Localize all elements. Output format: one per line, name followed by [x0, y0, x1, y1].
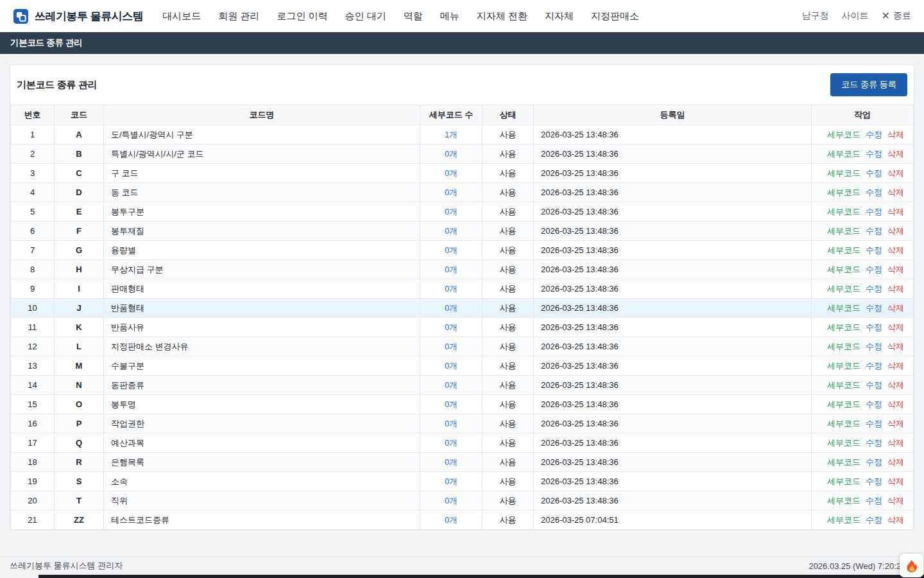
edit-action-link[interactable]: 수정 [866, 188, 882, 197]
delete-action-link[interactable]: 삭제 [887, 188, 904, 197]
subcode-action-link[interactable]: 세부코드 [827, 438, 860, 448]
delete-action-link[interactable]: 삭제 [887, 457, 904, 467]
delete-action-link[interactable]: 삭제 [887, 322, 904, 332]
delete-action-link[interactable]: 삭제 [887, 168, 904, 178]
subcode-count-link[interactable]: 0개 [445, 226, 458, 236]
subcode-count-link[interactable]: 0개 [445, 380, 458, 390]
subcode-count-link[interactable]: 1개 [445, 130, 458, 139]
delete-action-link[interactable]: 삭제 [887, 245, 904, 255]
edit-action-link[interactable]: 수정 [866, 245, 882, 255]
subcode-count-link[interactable]: 0개 [445, 457, 458, 467]
subcode-count-link[interactable]: 0개 [445, 207, 458, 216]
subcode-action-link[interactable]: 세부코드 [827, 322, 860, 332]
subcode-count-link[interactable]: 0개 [445, 284, 458, 293]
delete-action-link[interactable]: 삭제 [887, 477, 904, 486]
row-count-cell: 0개 [420, 472, 483, 491]
edit-action-link[interactable]: 수정 [866, 226, 882, 236]
delete-action-link[interactable]: 삭제 [887, 207, 904, 216]
delete-action-link[interactable]: 삭제 [887, 496, 904, 505]
subcode-action-link[interactable]: 세부코드 [827, 496, 860, 505]
edit-action-link[interactable]: 수정 [866, 399, 882, 409]
subcode-count-link[interactable]: 0개 [445, 419, 458, 428]
subcode-action-link[interactable]: 세부코드 [827, 399, 860, 409]
nav-item[interactable]: 로그인 이력 [277, 10, 327, 22]
delete-action-link[interactable]: 삭제 [887, 149, 904, 159]
delete-action-link[interactable]: 삭제 [887, 399, 904, 409]
exit-button[interactable]: ✕ 종료 [882, 10, 911, 22]
subcode-action-link[interactable]: 세부코드 [827, 245, 860, 255]
nav-item[interactable]: 지자체 [545, 10, 574, 22]
subcode-count-link[interactable]: 0개 [445, 149, 458, 159]
subcode-action-link[interactable]: 세부코드 [827, 149, 860, 159]
nav-item[interactable]: 회원 관리 [218, 10, 259, 22]
subcode-action-link[interactable]: 세부코드 [827, 284, 860, 293]
subcode-count-link[interactable]: 0개 [445, 188, 458, 197]
edit-action-link[interactable]: 수정 [866, 361, 882, 371]
delete-action-link[interactable]: 삭제 [887, 438, 904, 448]
edit-action-link[interactable]: 수정 [866, 438, 882, 448]
subcode-action-link[interactable]: 세부코드 [827, 188, 860, 197]
subcode-action-link[interactable]: 세부코드 [827, 207, 860, 216]
edit-action-link[interactable]: 수정 [866, 130, 882, 139]
subcode-count-link[interactable]: 0개 [445, 496, 458, 505]
subcode-count-link[interactable]: 0개 [445, 245, 458, 255]
register-code-type-button[interactable]: 코드 종류 등록 [830, 73, 907, 96]
flame-button[interactable] [900, 554, 923, 577]
site-link[interactable]: 사이트 [842, 10, 869, 22]
nav-item[interactable]: 대시보드 [162, 10, 201, 22]
subcode-count-link[interactable]: 0개 [445, 265, 458, 274]
edit-action-link[interactable]: 수정 [866, 457, 882, 467]
subcode-count-link[interactable]: 0개 [445, 322, 458, 332]
subcode-count-link[interactable]: 0개 [445, 168, 458, 178]
edit-action-link[interactable]: 수정 [866, 265, 882, 274]
brand[interactable]: 쓰레기봉투 물류시스템 [13, 8, 143, 24]
delete-action-link[interactable]: 삭제 [887, 419, 904, 428]
edit-action-link[interactable]: 수정 [866, 342, 882, 351]
nav-item[interactable]: 역할 [404, 10, 423, 22]
subcode-action-link[interactable]: 세부코드 [827, 457, 860, 467]
delete-action-link[interactable]: 삭제 [887, 342, 904, 351]
subcode-action-link[interactable]: 세부코드 [827, 515, 860, 525]
nav-item[interactable]: 메뉴 [440, 10, 459, 22]
subcode-action-link[interactable]: 세부코드 [827, 303, 860, 313]
subcode-count-link[interactable]: 0개 [445, 515, 458, 525]
edit-action-link[interactable]: 수정 [866, 515, 882, 525]
edit-action-link[interactable]: 수정 [866, 477, 882, 486]
edit-action-link[interactable]: 수정 [866, 496, 882, 505]
edit-action-link[interactable]: 수정 [866, 149, 882, 159]
subcode-count-link[interactable]: 0개 [445, 342, 458, 351]
nav-item[interactable]: 지정판매소 [591, 10, 639, 22]
edit-action-link[interactable]: 수정 [866, 322, 882, 332]
subcode-action-link[interactable]: 세부코드 [827, 342, 860, 351]
subcode-action-link[interactable]: 세부코드 [827, 419, 860, 428]
delete-action-link[interactable]: 삭제 [887, 303, 904, 313]
subcode-count-link[interactable]: 0개 [445, 438, 458, 448]
edit-action-link[interactable]: 수정 [866, 207, 882, 216]
nav-item[interactable]: 지자체 전환 [477, 10, 527, 22]
delete-action-link[interactable]: 삭제 [887, 226, 904, 236]
delete-action-link[interactable]: 삭제 [887, 130, 904, 139]
subcode-count-link[interactable]: 0개 [445, 361, 458, 371]
nav-item[interactable]: 승인 대기 [345, 10, 386, 22]
edit-action-link[interactable]: 수정 [866, 303, 882, 313]
delete-action-link[interactable]: 삭제 [887, 361, 904, 371]
subcode-action-link[interactable]: 세부코드 [827, 226, 860, 236]
edit-action-link[interactable]: 수정 [866, 168, 882, 178]
delete-action-link[interactable]: 삭제 [887, 515, 904, 525]
subcode-action-link[interactable]: 세부코드 [827, 361, 860, 371]
delete-action-link[interactable]: 삭제 [887, 284, 904, 293]
subcode-action-link[interactable]: 세부코드 [827, 380, 860, 390]
delete-action-link[interactable]: 삭제 [887, 265, 904, 274]
row-number-cell: 1 [11, 125, 55, 144]
delete-action-link[interactable]: 삭제 [887, 380, 904, 390]
subcode-count-link[interactable]: 0개 [445, 399, 458, 409]
edit-action-link[interactable]: 수정 [866, 419, 882, 428]
subcode-action-link[interactable]: 세부코드 [827, 477, 860, 486]
subcode-count-link[interactable]: 0개 [445, 303, 458, 313]
edit-action-link[interactable]: 수정 [866, 380, 882, 390]
subcode-count-link[interactable]: 0개 [445, 477, 458, 486]
edit-action-link[interactable]: 수정 [866, 284, 882, 293]
subcode-action-link[interactable]: 세부코드 [827, 130, 860, 139]
subcode-action-link[interactable]: 세부코드 [827, 168, 860, 178]
subcode-action-link[interactable]: 세부코드 [827, 265, 860, 274]
